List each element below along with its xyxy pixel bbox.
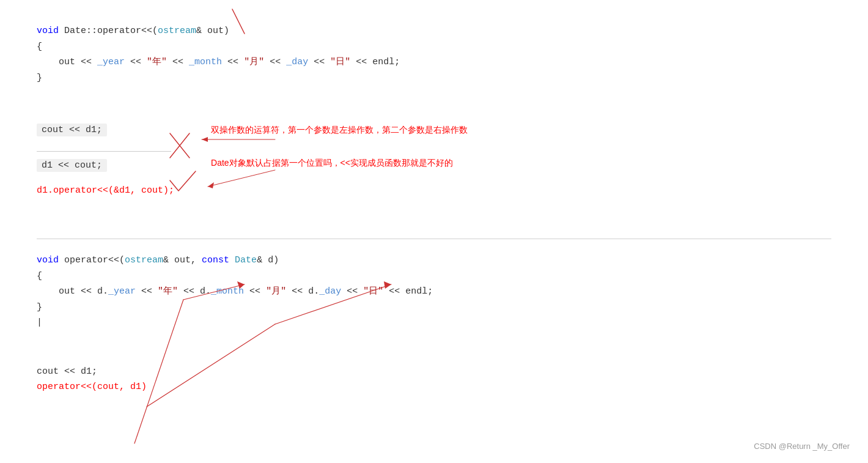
cout-line-2: cout << d1; xyxy=(37,366,831,377)
code-line-b3-3: out << d. _year << "年" << d. _month << "… xyxy=(37,284,831,300)
d1-line: d1 << cout; xyxy=(37,157,174,174)
type-ostream2: ostream xyxy=(125,253,163,269)
str-yue: "月" xyxy=(244,54,264,70)
code-text: << xyxy=(264,54,286,70)
annotation-2: Date对象默认占据第一个位置吗，<<实现成员函数那就是不好的 xyxy=(211,158,468,169)
page-container: void Date::operator<<( ostream & out) { … xyxy=(0,0,868,463)
code-line-b3-cursor: | xyxy=(37,315,831,331)
code-block-1: void Date::operator<<( ostream & out) { … xyxy=(37,18,831,91)
code-text: << xyxy=(125,54,147,70)
code-text: << d. xyxy=(286,284,319,300)
code-text: { xyxy=(37,269,42,284)
var-d-month: _month xyxy=(211,284,244,300)
code-text: << xyxy=(308,54,330,70)
code-block-2-left: cout << d1; d1 << cout; d1.operator<<(&d… xyxy=(37,121,174,196)
keyword-void: void xyxy=(37,23,59,39)
gap-small xyxy=(37,139,174,146)
type-ostream: ostream xyxy=(158,23,196,39)
gap-1 xyxy=(0,97,868,115)
code-text: } xyxy=(37,300,42,316)
code-text: { xyxy=(37,39,42,55)
code-text: << xyxy=(222,54,244,70)
annotations-block: 双操作数的运算符，第一个参数是左操作数，第二个参数是右操作数 Date对象默认占… xyxy=(211,121,468,169)
code-line-b3-2: { xyxy=(37,269,831,284)
annotation-1: 双操作数的运算符，第一个参数是左操作数，第二个参数是右操作数 xyxy=(211,125,468,136)
code-line-2: { xyxy=(37,39,831,55)
cout-line: cout << d1; xyxy=(37,121,174,139)
code-block-3: void operator<<( ostream & out, const Da… xyxy=(37,248,831,336)
code-section-4: cout << d1; operator<<(cout, d1) xyxy=(0,360,868,398)
keyword-const: const xyxy=(202,253,229,269)
code-line-b3-1: void operator<<( ostream & out, const Da… xyxy=(37,253,831,269)
code-text: << xyxy=(341,284,363,300)
code-section-2: cout << d1; d1 << cout; d1.operator<<(&d… xyxy=(0,115,868,202)
code-text: Date::operator<<( xyxy=(59,23,158,39)
str-ri: "日" xyxy=(330,54,350,70)
operator-line: d1.operator<<(&d1, cout); xyxy=(37,185,174,196)
code-text: operator<<( xyxy=(59,253,125,269)
code-line-b3-4: } xyxy=(37,300,831,316)
code-section-1: void Date::operator<<( ostream & out) { … xyxy=(0,12,868,97)
cout-text: cout << d1; xyxy=(37,124,107,136)
gap-3 xyxy=(0,220,868,239)
gap-ann3 xyxy=(211,150,468,158)
var-day: _day xyxy=(286,54,308,70)
gap-4 xyxy=(0,342,868,360)
str-ri2: "日" xyxy=(363,284,383,300)
code-text: & out, xyxy=(163,253,202,269)
d1-text: d1 << cout; xyxy=(37,159,107,172)
var-d-day: _day xyxy=(319,284,341,300)
var-year: _year xyxy=(97,54,125,70)
gap-ann2 xyxy=(211,143,468,150)
gap-2 xyxy=(0,202,868,220)
code-text: out << xyxy=(37,54,97,70)
code-line-1: void Date::operator<<( ostream & out) xyxy=(37,23,831,39)
operator-text: d1.operator<<(&d1, cout); xyxy=(37,185,174,196)
code-text: & d) xyxy=(257,253,279,269)
code-text: << d. xyxy=(178,284,211,300)
var-d-year: _year xyxy=(108,284,136,300)
code-text: << endl; xyxy=(350,54,400,70)
cursor: | xyxy=(37,315,42,331)
code-text: << xyxy=(167,54,189,70)
str-nian: "年" xyxy=(147,54,167,70)
code-section-3: void operator<<( ostream & out, const Da… xyxy=(0,239,868,342)
var-month: _month xyxy=(189,54,222,70)
keyword-void2: void xyxy=(37,253,59,269)
code-line-3: out << _year << "年" << _month << "月" << … xyxy=(37,54,831,70)
code-text: << xyxy=(244,284,266,300)
code-line-4: } xyxy=(37,70,831,86)
str-yue2: "月" xyxy=(266,284,286,300)
code-text: } xyxy=(37,70,42,86)
code-text: out << d. xyxy=(37,284,108,300)
type-date: Date xyxy=(235,253,257,269)
code-text: & out) xyxy=(196,23,229,39)
code-text: << endl; xyxy=(383,284,433,300)
code-text xyxy=(229,253,235,269)
cout-text-2: cout << d1; xyxy=(37,366,97,377)
gap-ann xyxy=(211,136,468,143)
code-text: << xyxy=(136,284,158,300)
watermark: CSDN @Return _My_Offer xyxy=(754,442,850,451)
str-nian2: "年" xyxy=(158,284,178,300)
operator-call-text: operator<<(cout, d1) xyxy=(37,382,147,392)
gap-small2 xyxy=(37,174,174,182)
operator-call-line: operator<<(cout, d1) xyxy=(37,382,831,392)
